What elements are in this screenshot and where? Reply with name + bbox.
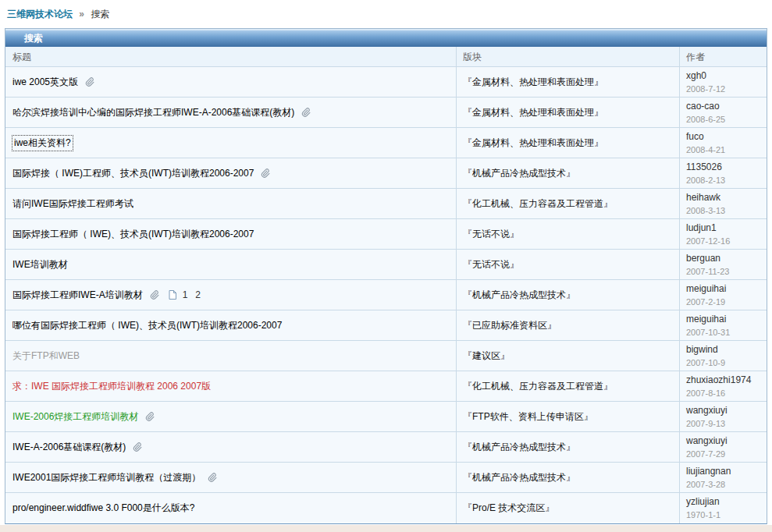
multipage-icon — [169, 290, 176, 300]
thread-title-link[interactable]: 哈尔滨焊接培训中心编的国际焊接工程师IWE-A-2006基础课程(教材) — [12, 106, 294, 119]
forum-link[interactable]: 『机械产品冷热成型技术』 — [463, 167, 575, 180]
author-link[interactable]: bigwind — [686, 344, 767, 356]
table-row: 哪位有国际焊接工程师（ IWE)、技术员(IWT)培训教程2006-2007 『… — [5, 310, 767, 341]
author-link[interactable]: yzliujian — [686, 496, 767, 508]
thread-title-link[interactable]: 求：IWE 国际焊接工程师培训教程 2006 2007版 — [12, 380, 211, 393]
attachment-icon — [84, 77, 94, 87]
forum-cell: 『已应助标准资料区』 — [457, 310, 680, 340]
author-link[interactable]: meiguihai — [686, 283, 767, 295]
author-cell: bigwind 2007-10-9 — [680, 341, 767, 371]
author-link[interactable]: ludjun1 — [686, 222, 767, 234]
thread-title-link[interactable]: pro/engineer.widdfiwe 3.0 F000是什么版本? — [12, 502, 194, 515]
author-link[interactable]: heihawk — [686, 192, 767, 204]
forum-link[interactable]: 『FTP软件、资料上传申请区』 — [463, 410, 593, 424]
forum-link[interactable]: 『金属材料、热处理和表面处理』 — [463, 137, 603, 150]
thread-title-link[interactable]: IWE-2006焊接工程师培训教材 — [12, 410, 138, 424]
title-cell: 求：IWE 国际焊接工程师培训教程 2006 2007版 — [5, 371, 457, 401]
thread-title-link[interactable]: 国际焊接工程师（ IWE)、技术员(IWT)培训教程2006-2007 — [12, 228, 254, 241]
table-row: IWE-2006焊接工程师培训教材 『FTP软件、资料上传申请区』 wangxi… — [5, 402, 767, 432]
author-link[interactable]: zhuxiaozhi1974 — [686, 374, 767, 386]
thread-title-link[interactable]: 哪位有国际焊接工程师（ IWE)、技术员(IWT)培训教程2006-2007 — [12, 319, 282, 332]
table-row: IWE培训教材 『无话不说』 berguan 2007-11-23 — [5, 250, 767, 280]
author-link[interactable]: cao-cao — [686, 101, 767, 112]
table-row: iwe相关资料? 『金属材料、热处理和表面处理』 fuco 2008-4-21 — [5, 128, 767, 158]
forum-cell: 『机械产品冷热成型技术』 — [457, 158, 680, 188]
author-cell: liujiangnan 2007-3-28 — [680, 463, 767, 492]
page-footer-strip — [0, 525, 772, 532]
table-row: 关于FTP和WEB 『建议区』 bigwind 2007-10-9 — [5, 341, 767, 371]
forum-link[interactable]: 『机械产品冷热成型技术』 — [463, 441, 575, 454]
results-body: iwe 2005英文版 『金属材料、热处理和表面处理』 xgh0 2008-7-… — [5, 67, 767, 523]
forum-link[interactable]: 『无话不说』 — [463, 258, 519, 271]
author-link[interactable]: meiguihai — [686, 314, 767, 325]
forum-link[interactable]: 『建议区』 — [463, 349, 510, 363]
title-cell: IWE-A-2006基础课程(教材) — [5, 432, 457, 462]
thread-title-link[interactable]: iwe相关资料? — [12, 136, 73, 151]
author-link[interactable]: berguan — [686, 253, 767, 264]
thread-title-link[interactable]: IWE2001国际焊接工程师培训教程（过渡期） — [12, 471, 201, 484]
author-cell: cao-cao 2008-6-25 — [680, 98, 767, 127]
forum-link[interactable]: 『已应助标准资料区』 — [463, 319, 557, 332]
forum-cell: 『无话不说』 — [457, 219, 680, 249]
forum-link[interactable]: 『无话不说』 — [463, 228, 519, 241]
breadcrumb-forum-link[interactable]: 三维网技术论坛 — [7, 9, 73, 20]
thread-title-link[interactable]: 国际焊接工程师IWE-A培训教材 — [12, 289, 143, 302]
forum-cell: 『金属材料、热处理和表面处理』 — [457, 98, 680, 127]
title-cell: pro/engineer.widdfiwe 3.0 F000是什么版本? — [5, 493, 457, 523]
breadcrumb: 三维网技术论坛 » 搜索 — [0, 0, 772, 28]
title-cell: 哪位有国际焊接工程师（ IWE)、技术员(IWT)培训教程2006-2007 — [5, 310, 457, 340]
forum-link[interactable]: 『金属材料、热处理和表面处理』 — [463, 106, 603, 119]
author-cell: yzliujian 1970-1-1 — [680, 493, 767, 523]
author-link[interactable]: xgh0 — [686, 70, 767, 82]
table-row: iwe 2005英文版 『金属材料、热处理和表面处理』 xgh0 2008-7-… — [5, 67, 767, 98]
author-link[interactable]: liujiangnan — [686, 466, 767, 477]
author-cell: berguan 2007-11-23 — [680, 250, 767, 279]
post-date: 2007-7-29 — [686, 449, 767, 459]
page-link[interactable]: 2 — [195, 289, 201, 300]
thread-title-link[interactable]: iwe 2005英文版 — [12, 76, 78, 89]
forum-link[interactable]: 『机械产品冷热成型技术』 — [463, 289, 575, 302]
forum-link[interactable]: 『Pro/E 技术交流区』 — [463, 502, 554, 515]
attachment-icon — [206, 473, 217, 483]
author-cell: heihawk 2008-3-13 — [680, 189, 767, 218]
thread-title-link[interactable]: IWE-A-2006基础课程(教材) — [12, 441, 126, 454]
thread-title-link[interactable]: 请问IWE国际焊接工程师考试 — [12, 197, 133, 211]
forum-cell: 『化工机械、压力容器及工程管道』 — [457, 189, 680, 218]
breadcrumb-separator: » — [79, 9, 84, 20]
forum-link[interactable]: 『化工机械、压力容器及工程管道』 — [463, 197, 613, 211]
table-row: 国际焊接工程师（ IWE)、技术员(IWT)培训教程2006-2007 『无话不… — [5, 219, 767, 250]
table-row: 求：IWE 国际焊接工程师培训教程 2006 2007版 『化工机械、压力容器及… — [5, 371, 767, 402]
column-header-author: 作者 — [680, 47, 767, 66]
author-link[interactable]: 1135026 — [686, 161, 767, 173]
post-date: 2008-4-21 — [686, 144, 767, 155]
thread-title-link[interactable]: 关于FTP和WEB — [12, 349, 80, 363]
post-date: 2007-12-16 — [686, 236, 767, 246]
forum-cell: 『化工机械、压力容器及工程管道』 — [457, 371, 680, 401]
post-date: 2007-10-9 — [686, 357, 767, 368]
author-link[interactable]: fuco — [686, 131, 767, 143]
post-date: 2008-2-13 — [686, 175, 767, 186]
post-date: 2007-11-23 — [686, 266, 767, 277]
thread-title-link[interactable]: IWE培训教材 — [12, 258, 68, 271]
forum-link[interactable]: 『金属材料、热处理和表面处理』 — [463, 76, 603, 89]
page-link[interactable]: 1 — [183, 289, 188, 300]
forum-cell: 『金属材料、热处理和表面处理』 — [457, 128, 680, 158]
author-cell: ludjun1 2007-12-16 — [680, 219, 767, 249]
table-row: IWE2001国际焊接工程师培训教程（过渡期） 『机械产品冷热成型技术』 liu… — [5, 463, 767, 493]
post-date: 1970-1-1 — [686, 509, 767, 520]
author-link[interactable]: wangxiuyi — [686, 405, 767, 417]
forum-link[interactable]: 『机械产品冷热成型技术』 — [463, 471, 575, 484]
post-date: 2007-3-28 — [686, 479, 767, 490]
table-row: pro/engineer.widdfiwe 3.0 F000是什么版本? 『Pr… — [5, 493, 767, 523]
forum-cell: 『金属材料、热处理和表面处理』 — [457, 67, 680, 97]
post-date: 2008-6-25 — [686, 114, 767, 125]
thread-title-link[interactable]: 国际焊接（ IWE)工程师、技术员(IWT)培训教程2006-2007 — [12, 167, 254, 180]
forum-cell: 『机械产品冷热成型技术』 — [457, 432, 680, 462]
forum-link[interactable]: 『化工机械、压力容器及工程管道』 — [463, 380, 613, 393]
attachment-icon — [144, 412, 155, 422]
title-cell: 请问IWE国际焊接工程师考试 — [5, 189, 457, 218]
author-cell: zhuxiaozhi1974 2007-8-16 — [680, 371, 767, 401]
author-link[interactable]: wangxiuyi — [686, 435, 767, 447]
table-row: IWE-A-2006基础课程(教材) 『机械产品冷热成型技术』 wangxiuy… — [5, 432, 767, 463]
forum-cell: 『Pro/E 技术交流区』 — [457, 493, 680, 523]
